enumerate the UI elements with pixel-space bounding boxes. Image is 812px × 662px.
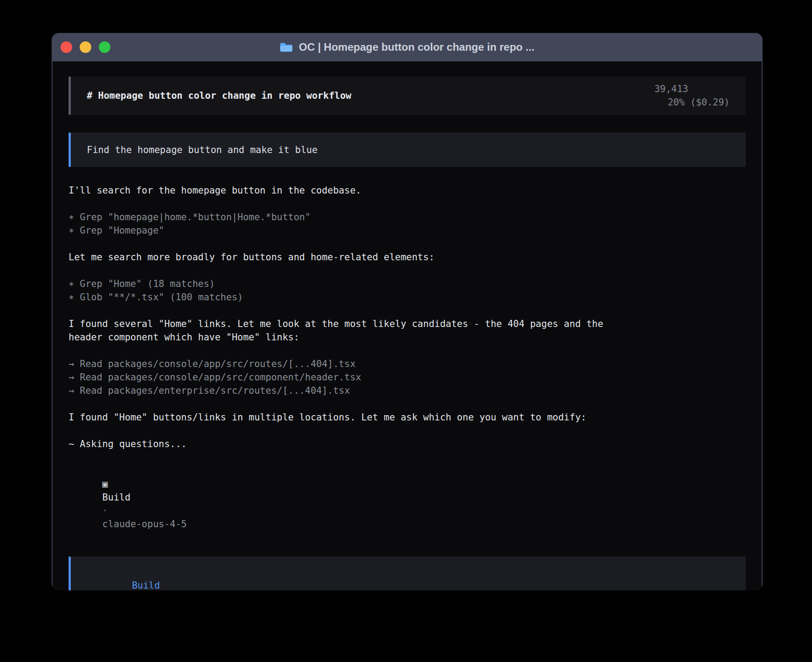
prompt-input[interactable]: Build Claude Opus 4.5 OpenCode Zen — [69, 557, 746, 590]
tool-call-block: → Read packages/console/app/src/routes/[… — [69, 357, 746, 397]
agent-status-line: ▣ Build · claude-opus-4-5 — [69, 464, 746, 544]
tool-call-line: → Read packages/console/app/src/componen… — [69, 371, 746, 384]
zoom-button[interactable] — [99, 41, 110, 53]
input-meta: Build Claude Opus 4.5 OpenCode Zen — [87, 565, 730, 590]
assistant-text-block: I found several "Home" links. Let me loo… — [69, 317, 746, 344]
assistant-text-line: ~ Asking questions... — [69, 437, 746, 451]
tool-call-line: → Read packages/console/app/src/routes/[… — [69, 357, 746, 371]
assistant-text-line: I found "Home" buttons/links in multiple… — [69, 411, 746, 424]
titlebar[interactable]: OC | Homepage button color change in rep… — [52, 33, 763, 61]
tool-call-line: ∗ Grep "homepage|home.*button|Home.*butt… — [69, 210, 746, 224]
separator-dot: · — [102, 505, 108, 516]
token-count: 39,413 — [654, 84, 688, 94]
assistant-text-line: I found several "Home" links. Let me loo… — [69, 317, 746, 331]
minimize-button[interactable] — [80, 41, 91, 53]
input-agent-label[interactable]: Build — [132, 580, 160, 590]
session-stats: 39,413 20% ($0.29) — [609, 69, 730, 122]
session-title: # Homepage button color change in repo w… — [87, 89, 351, 102]
close-button[interactable] — [61, 41, 72, 53]
window-title-group: OC | Homepage button color change in rep… — [280, 41, 534, 53]
assistant-text-block: I found "Home" buttons/links in multiple… — [69, 411, 746, 424]
terminal-window: OC | Homepage button color change in rep… — [52, 33, 763, 590]
assistant-text-block: I'll search for the homepage button in t… — [69, 184, 746, 197]
agent-status-icon: ▣ — [102, 479, 108, 489]
tool-call-block: ∗ Grep "homepage|home.*button|Home.*butt… — [69, 210, 746, 237]
assistant-text-block: Let me search more broadly for buttons a… — [69, 250, 746, 264]
window-title: OC | Homepage button color change in rep… — [299, 41, 534, 53]
user-message: Find the homepage button and make it blu… — [69, 133, 746, 167]
tool-call-block: ∗ Grep "Home" (18 matches)∗ Glob "**/*.t… — [69, 277, 746, 304]
tool-call-line: → Read packages/enterprise/src/routes/[.… — [69, 384, 746, 397]
folder-icon — [280, 42, 293, 52]
terminal-content: # Homepage button color change in repo w… — [53, 61, 762, 590]
assistant-text-line: I'll search for the homepage button in t… — [69, 184, 746, 197]
assistant-text-block: ~ Asking questions... — [69, 437, 746, 451]
tool-call-line: ∗ Grep "Home" (18 matches) — [69, 277, 746, 291]
model-name: claude-opus-4-5 — [102, 519, 187, 529]
agent-name: Build — [102, 492, 130, 503]
tool-call-line: ∗ Glob "**/*.tsx" (100 matches) — [69, 291, 746, 304]
traffic-lights — [61, 33, 110, 61]
context-usage: 20% ($0.29) — [668, 97, 730, 108]
conversation: I'll search for the homepage button in t… — [69, 184, 746, 464]
assistant-text-line: header component which have "Home" links… — [69, 331, 746, 344]
tool-call-line: ∗ Grep "Homepage" — [69, 224, 746, 237]
session-header: # Homepage button color change in repo w… — [69, 77, 746, 115]
user-message-text: Find the homepage button and make it blu… — [87, 143, 317, 157]
assistant-text-line: Let me search more broadly for buttons a… — [69, 250, 746, 264]
